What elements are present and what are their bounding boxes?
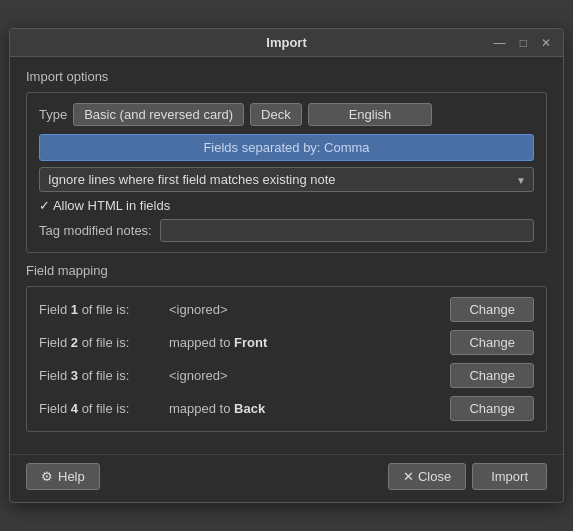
deck-button[interactable]: Deck [250,103,302,126]
help-label: Help [58,469,85,484]
title-bar: Import — □ ✕ [10,29,563,57]
bottom-right-buttons: ✕ Close Import [388,463,547,490]
field-row-3: Field 3 of file is: <ignored> Change [39,363,534,388]
field-4-change-button[interactable]: Change [450,396,534,421]
dialog-content: Import options Type Basic (and reversed … [10,57,563,454]
minimize-button[interactable]: — [490,34,510,52]
import-options-box: Type Basic (and reversed card) Deck Engl… [26,92,547,253]
window-title: Import [266,35,306,50]
import-options-label: Import options [26,69,547,84]
field-desc-3: Field 3 of file is: [39,368,169,383]
close-window-button[interactable]: ✕ [537,34,555,52]
field-value-4-bold: Back [234,401,265,416]
field-2-change-button[interactable]: Change [450,330,534,355]
field-num-3: 3 [71,368,78,383]
field-value-2-bold: Front [234,335,267,350]
type-button[interactable]: Basic (and reversed card) [73,103,244,126]
import-dialog: Import — □ ✕ Import options Type Basic (… [9,28,564,503]
english-button[interactable]: English [308,103,433,126]
field-3-change-button[interactable]: Change [450,363,534,388]
fields-separator[interactable]: Fields separated by: Comma [39,134,534,161]
tag-input[interactable] [160,219,534,242]
field-desc-4: Field 4 of file is: [39,401,169,416]
field-desc-1: Field 1 of file is: [39,302,169,317]
field-value-4: mapped to Back [169,401,450,416]
field-value-1: <ignored> [169,302,450,317]
field-value-3: <ignored> [169,368,450,383]
gear-icon: ⚙ [41,469,53,484]
import-button[interactable]: Import [472,463,547,490]
type-label: Type [39,107,67,122]
tag-label: Tag modified notes: [39,223,152,238]
field-desc-2: Field 2 of file is: [39,335,169,350]
close-icon: ✕ [403,469,414,484]
restore-button[interactable]: □ [516,34,531,52]
field-value-2: mapped to Front [169,335,450,350]
field-row-2: Field 2 of file is: mapped to Front Chan… [39,330,534,355]
field-row-1: Field 1 of file is: <ignored> Change [39,297,534,322]
window-controls: — □ ✕ [490,34,555,52]
type-row: Type Basic (and reversed card) Deck Engl… [39,103,534,126]
field-num-1: 1 [71,302,78,317]
close-button[interactable]: ✕ Close [388,463,466,490]
ignore-dropdown-wrap[interactable]: Ignore lines where first field matches e… [39,167,534,192]
allow-html-check[interactable]: ✓ Allow HTML in fields [39,198,170,213]
close-label: Close [418,469,451,484]
field-mapping-label: Field mapping [26,263,547,278]
tag-row: Tag modified notes: [39,219,534,242]
bottom-bar: ⚙ Help ✕ Close Import [10,454,563,502]
field-num-4: 4 [71,401,78,416]
field-mapping-box: Field 1 of file is: <ignored> Change Fie… [26,286,547,432]
ignore-dropdown-row: Ignore lines where first field matches e… [39,167,534,192]
field-row-4: Field 4 of file is: mapped to Back Chang… [39,396,534,421]
help-button[interactable]: ⚙ Help [26,463,100,490]
field-1-change-button[interactable]: Change [450,297,534,322]
field-num-2: 2 [71,335,78,350]
allow-html-row: ✓ Allow HTML in fields [39,198,534,213]
ignore-dropdown[interactable]: Ignore lines where first field matches e… [39,167,534,192]
